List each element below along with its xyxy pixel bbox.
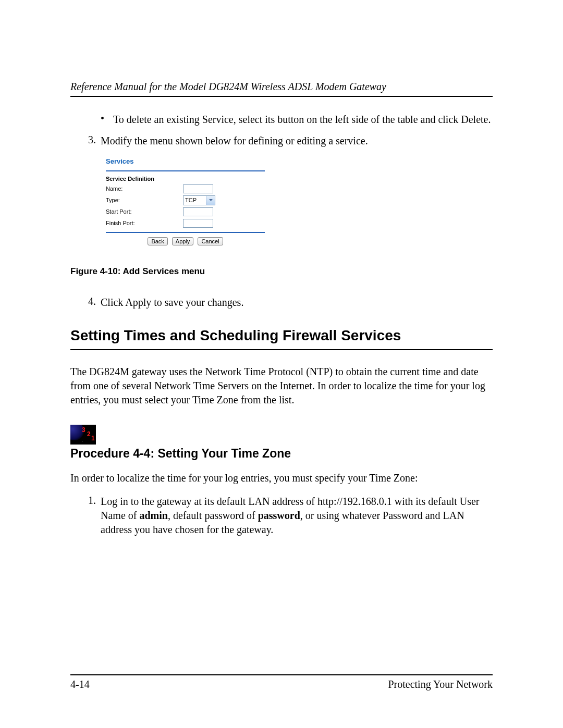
section-heading-firewall: Setting Times and Scheduling Firewall Se… [70, 327, 493, 350]
cancel-button[interactable]: Cancel [198, 237, 223, 245]
service-definition-label: Service Definition [101, 176, 270, 183]
step-4-number: 4. [88, 295, 101, 310]
proc1-password: password [258, 510, 300, 521]
step-4-text: Click Apply to save your changes. [101, 295, 493, 310]
countdown-icon: · · · 3 2 1 [70, 425, 96, 445]
step-3-number: 3. [88, 134, 101, 148]
type-select-value: TCP [183, 197, 206, 203]
ntp-paragraph: The DG824M gateway uses the Network Time… [70, 365, 493, 407]
timezone-intro: In order to localize the time for your l… [70, 471, 493, 485]
name-input[interactable] [183, 184, 213, 193]
proc-step-1-number: 1. [88, 495, 101, 537]
step-3-text: Modify the menu shown below for defining… [101, 134, 493, 148]
type-select[interactable]: TCP [183, 195, 215, 205]
panel-divider-bottom [106, 232, 265, 233]
procedure-heading: Procedure 4-4: Setting Your Time Zone [70, 447, 493, 461]
services-panel: Services Service Definition Name: Type: … [101, 155, 270, 248]
bullet-mark: • [101, 113, 113, 127]
apply-button[interactable]: Apply [172, 237, 194, 245]
page-number: 4-14 [70, 678, 90, 690]
start-port-label: Start Port: [106, 208, 183, 215]
figure-caption: Figure 4-10: Add Services menu [70, 266, 493, 277]
proc1-part-c: , default password of [168, 510, 258, 521]
chevron-down-icon [206, 196, 215, 205]
bullet-delete-service: To delete an existing Service, select it… [113, 113, 493, 127]
name-label: Name: [106, 186, 183, 192]
start-port-input[interactable] [183, 207, 213, 216]
page-header-title: Reference Manual for the Model DG824M Wi… [70, 81, 493, 97]
finish-port-input[interactable] [183, 219, 213, 228]
services-panel-title: Services [101, 155, 270, 170]
section-name-footer: Protecting Your Network [388, 678, 493, 690]
panel-divider-top [106, 170, 265, 171]
proc1-admin: admin [139, 510, 167, 521]
proc-step-1-text: Log in to the gateway at its default LAN… [101, 495, 493, 537]
type-label: Type: [106, 197, 183, 203]
back-button[interactable]: Back [148, 237, 167, 245]
finish-port-label: Finish Port: [106, 220, 183, 226]
